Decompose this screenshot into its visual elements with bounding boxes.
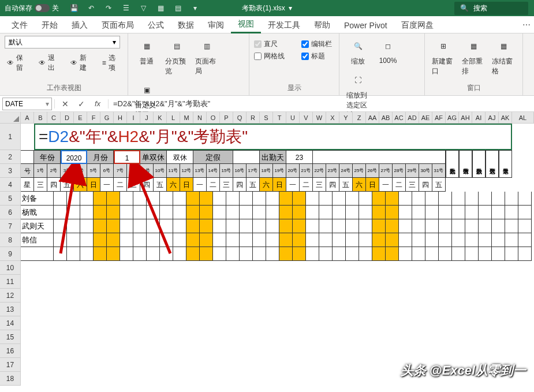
cell[interactable] (200, 247, 213, 261)
cell[interactable] (21, 247, 54, 261)
cell[interactable] (319, 206, 333, 219)
cell[interactable]: 五 (339, 178, 353, 192)
cell[interactable] (293, 192, 306, 206)
row-header-11[interactable]: 11 (0, 275, 21, 289)
tab-pagelayout[interactable]: 页面布局 (95, 17, 141, 33)
cell[interactable] (186, 206, 200, 219)
cell[interactable]: 28号 (393, 164, 406, 178)
cell[interactable] (359, 233, 372, 247)
cell[interactable]: 号 (21, 164, 34, 178)
col-header-C[interactable]: C (47, 112, 61, 124)
row-header-16[interactable]: 16 (0, 344, 21, 358)
cell[interactable]: 14号 (207, 164, 220, 178)
cell[interactable] (240, 206, 253, 219)
cell[interactable] (452, 206, 465, 219)
col-header-O[interactable]: O (207, 112, 220, 124)
cell[interactable] (425, 247, 439, 261)
cell[interactable] (386, 206, 399, 219)
cell[interactable] (479, 206, 492, 219)
cell[interactable]: 1号 (34, 164, 47, 178)
view-options-button[interactable]: ≡选项 (100, 52, 123, 74)
cell[interactable] (479, 192, 492, 206)
cell[interactable]: 19号 (273, 164, 286, 178)
keep-view-button[interactable]: 👁保留 (5, 52, 31, 74)
cell[interactable]: 五 (247, 178, 260, 192)
cell[interactable] (107, 192, 120, 206)
cell[interactable]: 三 (220, 178, 233, 192)
cell[interactable] (107, 233, 120, 247)
row-header-3[interactable]: 3 (0, 164, 21, 178)
touch-icon[interactable]: ☰ (121, 3, 130, 13)
cell[interactable] (94, 206, 107, 219)
cell[interactable] (333, 219, 346, 233)
select-all-corner[interactable] (0, 112, 21, 124)
cell[interactable]: 16号 (233, 164, 247, 178)
fx-button[interactable]: fx (89, 99, 106, 109)
cell[interactable] (226, 192, 240, 206)
cell[interactable]: 23 (286, 150, 313, 164)
cell[interactable]: 24号 (339, 164, 353, 178)
col-header-AK[interactable]: AK (499, 112, 512, 124)
cell[interactable]: 17号 (247, 164, 260, 178)
col-header-R[interactable]: R (247, 112, 260, 124)
tab-home[interactable]: 开始 (35, 17, 65, 33)
cell[interactable] (186, 219, 200, 233)
cell[interactable] (346, 233, 359, 247)
tab-insert[interactable]: 插入 (65, 17, 95, 33)
tab-developer[interactable]: 开发工具 (261, 17, 307, 33)
cell[interactable] (346, 247, 359, 261)
cell[interactable] (505, 247, 518, 261)
search-box[interactable]: 🔍 搜索 ________ (454, 2, 528, 15)
col-header-K[interactable]: K (154, 112, 167, 124)
cell[interactable]: 日 (180, 178, 193, 192)
cancel-formula-button[interactable]: ✕ (57, 99, 73, 109)
col-header-A[interactable]: A (21, 112, 34, 124)
summary-header[interactable]: 早退天数 (499, 150, 512, 178)
cell[interactable] (266, 192, 279, 206)
col-header-I[interactable]: I (127, 112, 140, 124)
cell[interactable]: 日 (273, 178, 286, 192)
cell[interactable] (213, 192, 226, 206)
tab-file[interactable]: 文件 (5, 17, 35, 33)
cell[interactable] (505, 219, 518, 233)
cell[interactable] (346, 192, 359, 206)
row-header-9[interactable]: 9 (0, 247, 21, 261)
cell[interactable] (186, 247, 200, 261)
cell[interactable] (518, 206, 532, 219)
tab-review[interactable]: 审阅 (201, 17, 231, 33)
cell[interactable] (359, 206, 372, 219)
redo-icon[interactable]: ↷ (104, 3, 113, 13)
cell[interactable] (186, 233, 200, 247)
cell[interactable] (518, 233, 532, 247)
cell[interactable] (279, 192, 293, 206)
cell[interactable] (399, 206, 412, 219)
cell[interactable] (240, 247, 253, 261)
cell[interactable] (266, 206, 279, 219)
cell[interactable] (233, 150, 260, 164)
filename-dropdown-icon[interactable]: ▾ (289, 4, 292, 12)
row-header-1[interactable]: 1 (0, 124, 21, 150)
cell[interactable] (306, 247, 319, 261)
cell[interactable] (518, 192, 532, 206)
table-icon[interactable]: ▦ (156, 3, 165, 13)
summary-header[interactable]: 出勤天数 (446, 150, 459, 178)
cell[interactable] (412, 192, 425, 206)
cell[interactable] (479, 247, 492, 261)
cell[interactable] (425, 206, 439, 219)
cell[interactable]: 二 (393, 178, 406, 192)
cell[interactable]: 23号 (326, 164, 339, 178)
cell[interactable] (479, 219, 492, 233)
cell[interactable]: 武则天 (21, 219, 54, 233)
cell[interactable]: 刘备 (21, 192, 54, 206)
cell[interactable] (306, 206, 319, 219)
formula-input[interactable]: =D2&"年"&H2&"月"&"考勤表" (109, 99, 534, 109)
cell[interactable] (452, 233, 465, 247)
cell[interactable] (372, 206, 386, 219)
cell[interactable] (266, 247, 279, 261)
cell[interactable] (452, 192, 465, 206)
row-header-8[interactable]: 8 (0, 233, 21, 247)
cell[interactable] (346, 219, 359, 233)
cell[interactable] (240, 233, 253, 247)
cell[interactable] (213, 233, 226, 247)
cell[interactable] (439, 247, 452, 261)
